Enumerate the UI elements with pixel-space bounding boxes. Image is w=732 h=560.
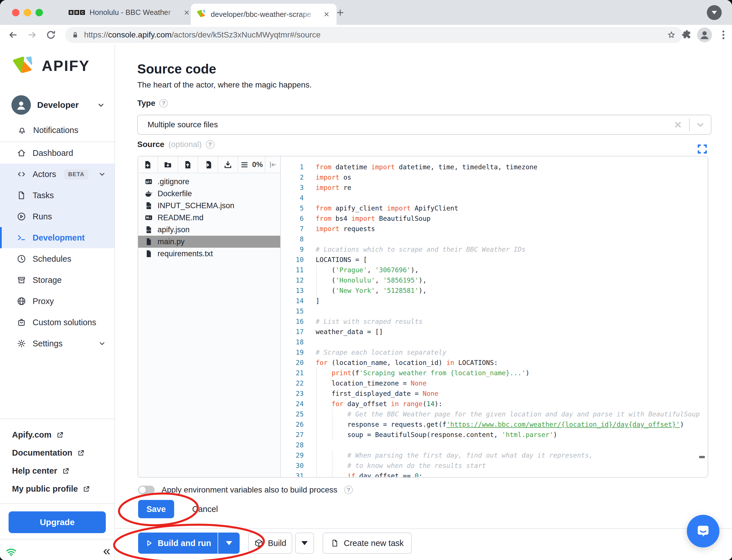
sidebar-item-storage[interactable]: Storage (0, 269, 114, 291)
save-button[interactable]: Save (138, 500, 174, 518)
help-icon[interactable]: ? (344, 486, 353, 494)
tab-apify-console[interactable]: developer/bbc-weather-scrape (191, 4, 337, 25)
cancel-button[interactable]: Cancel (191, 500, 220, 518)
build-and-run-button[interactable]: Build and run (138, 533, 218, 554)
code-line[interactable]: 7 import requests (281, 224, 708, 234)
forward-button[interactable] (25, 28, 39, 42)
help-icon[interactable]: ? (159, 99, 168, 108)
code-line[interactable]: 22 location_timezone = None (281, 378, 708, 388)
sidebar-item-notifications[interactable]: Notifications (0, 120, 114, 140)
line-number: 18 (281, 337, 304, 347)
sidebar-item-runs[interactable]: Runs (0, 206, 114, 227)
code-line[interactable]: 1 from datetime import datetime, time, t… (281, 162, 708, 172)
download-button[interactable] (218, 156, 238, 173)
code-line[interactable]: 8 (281, 234, 708, 244)
file-tree-item[interactable]: git .gitignore (138, 176, 280, 188)
sidebar-item-development[interactable]: Development (0, 227, 114, 248)
code-line[interactable]: 20 for (location_name, location_id) in L… (281, 358, 708, 368)
minimize-window-button[interactable] (24, 9, 31, 16)
help-icon[interactable]: ? (206, 140, 215, 149)
chat-launcher-button[interactable] (687, 515, 719, 547)
code-line[interactable]: 31 if day_offset == 0: (281, 471, 708, 477)
file-tree-item[interactable]: M↓ README.md (138, 212, 280, 224)
code-line[interactable]: 26 response = requests.get(f'https://www… (281, 419, 708, 430)
upload-file-button[interactable] (178, 156, 198, 173)
new-tab-button[interactable] (334, 6, 347, 19)
code-line[interactable]: 5 from apify_client import ApifyClient (281, 203, 708, 213)
sidebar-item-actors[interactable]: Actors BETA (0, 164, 114, 185)
code-line[interactable]: 21 print(f'Scraping weather from {locati… (281, 368, 708, 378)
sidebar-item-dashboard[interactable]: Dashboard (0, 142, 114, 164)
code-editor[interactable]: 1 from datetime import datetime, time, t… (281, 156, 708, 477)
sidebar-item-custom-solutions[interactable]: Custom solutions (0, 312, 114, 333)
clear-icon[interactable] (673, 120, 683, 130)
code-line[interactable]: 12 ('Honolulu', '5856195'), (281, 275, 708, 285)
new-file-button[interactable] (138, 156, 158, 173)
close-tab-icon[interactable] (322, 9, 332, 19)
browser-menu-icon[interactable] (717, 28, 730, 42)
code-line[interactable]: 14 ] (281, 296, 708, 306)
code-line[interactable]: 11 ('Prague', '3067696'), (281, 265, 708, 275)
new-folder-button[interactable] (158, 156, 178, 173)
back-button[interactable] (6, 28, 20, 42)
file-tree-item[interactable]: requirements.txt (138, 248, 280, 260)
code-line[interactable]: 6 from bs4 import BeautifulSoup (281, 213, 708, 224)
browser-profile-avatar[interactable] (697, 27, 712, 42)
collapse-sidebar-button[interactable]: « (103, 543, 110, 558)
fullscreen-icon[interactable] (697, 143, 708, 155)
create-new-task-button[interactable]: Create new task (323, 533, 412, 554)
bookmark-star-icon[interactable] (666, 29, 677, 41)
code-line[interactable]: 18 (281, 337, 708, 347)
type-select[interactable]: Multiple source files (137, 115, 711, 135)
sidebar-item-settings[interactable]: Settings (0, 333, 114, 354)
tab-search-button[interactable] (707, 5, 722, 20)
reload-button[interactable] (44, 28, 58, 42)
sidebar-item-tasks[interactable]: Tasks (0, 185, 114, 206)
close-window-button[interactable] (12, 9, 19, 16)
code-line[interactable]: 23 first_displayed_date = None (281, 388, 708, 399)
code-line[interactable]: 4 (281, 193, 708, 203)
account-menu[interactable]: Developer (0, 93, 114, 117)
apify-logo[interactable]: APIFY (11, 56, 90, 76)
sidebar-item-schedules[interactable]: Schedules (0, 248, 114, 269)
chevron-down-icon[interactable] (695, 120, 705, 130)
sidebar-link-my-public-profile[interactable]: My public profile (0, 480, 114, 498)
code-line[interactable]: 10 LOCATIONS = [ (281, 255, 708, 265)
sidebar-link-documentation[interactable]: Documentation (0, 444, 114, 462)
extensions-icon[interactable] (680, 28, 694, 42)
code-line[interactable]: 15 (281, 306, 708, 316)
scrollbar-mark[interactable] (699, 456, 705, 458)
main-content: Source code The heart of the actor, wher… (115, 45, 732, 560)
file-tree-item[interactable]: Dockerfile (138, 188, 280, 200)
code-line[interactable]: 29 # When parsing the first day, find ou… (281, 450, 708, 460)
code-line[interactable]: 17 weather_data = [] (281, 327, 708, 337)
import-file-button[interactable] (198, 156, 218, 173)
sidebar-link-apify-com[interactable]: Apify.com (0, 426, 114, 444)
code-line[interactable]: 27 soup = BeautifulSoup(response.content… (281, 430, 708, 440)
code-line[interactable]: 30 # to know when do the results start (281, 460, 708, 471)
tab-bbc-weather[interactable]: BBC Honolulu - BBC Weather (66, 0, 195, 25)
build-and-run-dropdown[interactable] (218, 533, 240, 554)
sidebar-link-help-center[interactable]: Help center (0, 462, 114, 480)
url-bar[interactable]: https://console.apify.com/actors/dev/k5t… (65, 27, 683, 43)
collapse-left-icon[interactable] (265, 156, 280, 173)
code-line[interactable]: 13 ('New York', '5128581'), (281, 285, 708, 296)
code-line[interactable]: 3 import re (281, 182, 708, 193)
zoom-window-button[interactable] (35, 9, 43, 16)
sidebar-item-proxy[interactable]: Proxy (0, 291, 114, 312)
file-tree-item[interactable]: main.py (138, 236, 280, 248)
env-toggle[interactable] (138, 486, 155, 494)
upgrade-button[interactable]: Upgrade (9, 511, 106, 533)
code-line[interactable]: 28 (281, 440, 708, 450)
code-line[interactable]: 19 # Scrape each location separately (281, 347, 708, 358)
close-tab-icon[interactable] (182, 8, 192, 17)
code-line[interactable]: 9 # Locations which to scrape and their … (281, 244, 708, 255)
file-tree-item[interactable]: </> apify.json (138, 224, 280, 236)
build-dropdown[interactable] (295, 533, 314, 554)
build-button[interactable]: Build (248, 533, 292, 554)
code-line[interactable]: 24 for day_offset in range(14): (281, 399, 708, 409)
code-line[interactable]: 16 # List with scraped results (281, 316, 708, 327)
file-tree-item[interactable]: </> INPUT_SCHEMA.json (138, 200, 280, 212)
code-line[interactable]: 25 # Get the BBC Weather page for the gi… (281, 409, 708, 419)
code-line[interactable]: 2 import os (281, 172, 708, 182)
